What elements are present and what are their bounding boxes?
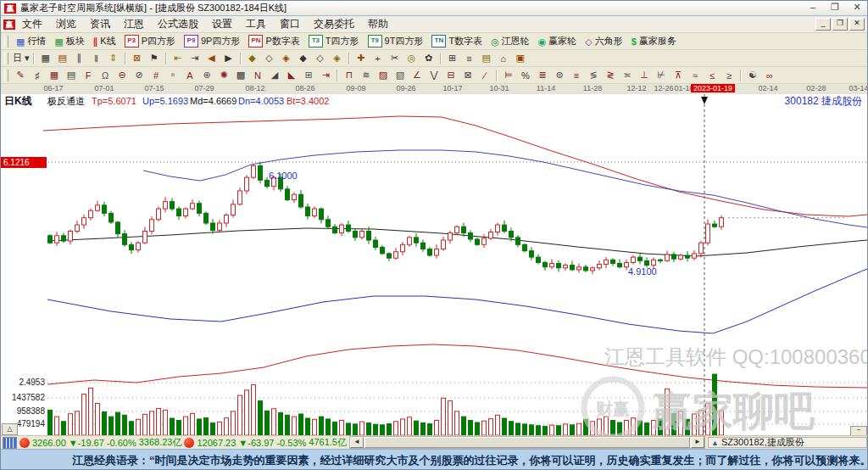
draw-tool-icon[interactable]: ∠ [409,68,426,82]
chart-tool-icon[interactable]: 日 ▾ [12,51,31,65]
menu-item-浏览[interactable]: 浏览 [49,15,83,33]
mdi-close-button[interactable]: ✕ [849,18,865,31]
toolbar-item-winner-service[interactable]: $赢家服务 [627,34,681,48]
date-tick[interactable]: 07-01 [94,84,114,92]
draw-tool-icon[interactable]: ☯ [744,68,761,82]
toolbar-item-kline[interactable]: ∥K线 [89,34,120,48]
menu-item-交易委托[interactable]: 交易委托 [307,15,361,33]
chart-tool-icon[interactable]: ▣ [512,51,529,65]
chart-tool-icon[interactable]: ◀ [203,51,220,65]
minimize-button[interactable]: – [804,3,821,14]
chart-tool-icon[interactable]: ▤ [54,51,71,65]
chart-tool-icon[interactable]: ◆ [295,51,312,65]
draw-tool-icon[interactable]: ∕ [476,68,493,82]
chart-tool-icon[interactable]: + [370,51,387,65]
chart-tool-icon[interactable]: ⚑ [146,51,163,65]
chart-tool-icon[interactable]: ▤ [478,51,495,65]
horizontal-scrollbar[interactable]: ◄ ► [349,436,705,449]
chart-tool-icon[interactable]: ◈ [278,51,295,65]
draw-tool-icon[interactable]: ⊜ [551,68,568,82]
date-tick[interactable]: 09-26 [396,84,415,92]
chart-tool-icon[interactable]: ⌂ [495,51,512,65]
menu-item-江恩[interactable]: 江恩 [117,15,151,33]
chart-tool-icon[interactable]: ∥ [71,51,88,65]
draw-tool-icon[interactable]: Ω [97,68,114,82]
chart-tool-icon[interactable]: ◎ [403,51,420,65]
date-tick[interactable]: 08-12 [245,84,264,92]
scroll-left-button[interactable]: ◄ [350,437,364,448]
date-tick[interactable]: 03-14 [849,84,868,92]
draw-tool-icon[interactable]: ◢ [266,68,283,82]
pane-collapse-button[interactable]: △ [2,423,18,435]
menu-item-公式选股[interactable]: 公式选股 [151,15,205,33]
chart-tool-icon[interactable]: ≡ [461,51,478,65]
draw-tool-icon[interactable]: ≣ [534,68,551,82]
toolbar-item-p-table[interactable]: PNP数字表 [244,34,303,48]
chart-tool-icon[interactable]: ◇ [312,51,329,65]
draw-tool-icon[interactable]: ⊘ [131,68,147,82]
date-tick[interactable]: 10-31 [489,84,509,92]
draw-tool-icon[interactable]: ≶ [585,68,602,82]
menu-item-资讯[interactable]: 资讯 [83,15,117,33]
draw-tool-icon[interactable]: ⊟ [442,68,459,82]
menu-item-窗口[interactable]: 窗口 [273,15,307,33]
draw-tool-icon[interactable]: ▨ [375,68,392,82]
draw-tool-icon[interactable]: ✺ [215,68,232,82]
draw-tool-icon[interactable]: ≈ [687,68,704,82]
draw-tool-icon[interactable]: ⊠ [459,68,476,82]
draw-tool-icon[interactable]: ◣ [283,68,300,82]
date-tick[interactable]: 07-15 [144,84,164,92]
draw-tool-icon[interactable]: ⋁ [426,68,442,82]
draw-tool-icon[interactable]: ▧ [392,68,409,82]
draw-tool-icon[interactable]: ⊞ [300,68,317,82]
date-tick[interactable]: 11-28 [583,84,602,92]
chart-pane[interactable]: 2.495314375829583884791946.1216日K线极反通道Tp… [1,94,868,435]
toolbar-grip[interactable] [4,70,8,81]
date-tick[interactable]: 12-12 [626,84,646,92]
draw-tool-icon[interactable]: ✎ [12,68,29,82]
toolbar-grip[interactable] [4,53,8,64]
draw-tool-icon[interactable]: ⊨ [500,68,517,82]
menu-item-设置[interactable]: 设置 [205,15,239,33]
draw-tool-icon[interactable]: ≡ [568,68,585,82]
mdi-minimize-button[interactable]: _ [815,18,831,31]
menu-item-文件[interactable]: 文件 [15,15,49,33]
chart-tool-icon[interactable]: ⇤ [170,51,186,65]
date-tick[interactable]: 07-29 [194,84,214,92]
draw-tool-icon[interactable]: ⇥ [317,68,334,82]
toolbar-item-9t-square[interactable]: T99T四方形 [364,34,428,48]
chart-tool-icon[interactable]: ▦ [37,51,54,65]
chart-tool-icon[interactable]: ‖ [88,51,105,65]
chart-tool-icon[interactable]: ⇕ [105,51,122,65]
draw-tool-icon[interactable]: F [80,68,97,82]
toolbar-item-sectors[interactable]: ▦板块 [50,34,88,48]
draw-tool-icon[interactable]: ∞ [761,68,778,82]
date-tick[interactable]: 02-14 [758,84,777,92]
toolbar-item-hexagon[interactable]: ◇六角形 [581,34,626,48]
scrollbar-thumb[interactable] [364,437,690,448]
date-tick[interactable]: 08-26 [295,84,314,92]
toolbar-item-winner-wheel[interactable]: ◉赢家轮 [534,34,581,48]
draw-tool-icon[interactable]: % [517,68,534,82]
toolbar-item-p-square[interactable]: P3P四方形 [120,34,180,48]
draw-tool-icon[interactable]: # [147,68,164,82]
active-date-label[interactable]: 2023-01-19 [691,84,735,92]
date-tick[interactable]: 12-26 [654,84,673,92]
toolbar-grip[interactable] [4,36,8,48]
toolbar-item-gann-wheel[interactable]: ◎江恩轮 [487,34,534,48]
menu-item-工具[interactable]: 工具 [239,15,273,33]
chart-tool-icon[interactable]: ⊠ [129,51,146,65]
chart-tool-icon[interactable]: ✂ [387,51,403,65]
draw-tool-icon[interactable]: ⊼ [670,68,687,82]
draw-tool-icon[interactable]: ⊬ [653,68,670,82]
draw-tool-icon[interactable]: A [181,68,198,82]
draw-tool-icon[interactable]: ▦ [46,68,63,82]
chart-tool-icon[interactable]: ⊞ [444,51,461,65]
date-tick[interactable]: 02-28 [806,84,826,92]
draw-tool-icon[interactable]: ⊓ [341,68,358,82]
date-tick[interactable]: 10-17 [442,84,462,92]
scroll-right-button[interactable]: ► [691,437,704,448]
market-grid-icon[interactable] [3,437,17,449]
draw-tool-icon[interactable]: ▤ [63,68,80,82]
draw-tool-icon[interactable]: ≋ [358,68,375,82]
